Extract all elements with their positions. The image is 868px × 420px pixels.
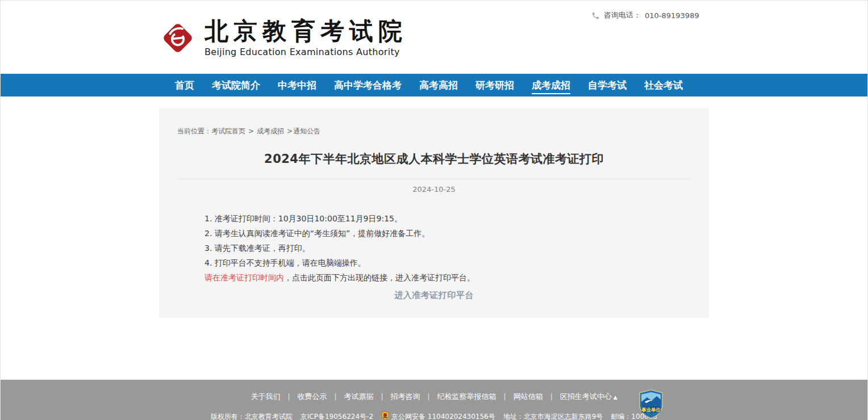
footer-separator: | bbox=[287, 393, 290, 401]
article-body: 1. 准考证打印时间：10月30日10:00至11月9日9:15。 2. 请考生… bbox=[205, 215, 691, 282]
footer-link-district-centers-label: 区招生考试中心 bbox=[560, 392, 612, 401]
breadcrumb-separator: > bbox=[287, 127, 293, 135]
public-institution-badge[interactable]: 事业单位 bbox=[638, 389, 664, 420]
footer-link-about-us[interactable]: 关于我们 bbox=[251, 392, 280, 402]
copyright-owner: 版权所有：北京教育考试院 bbox=[211, 412, 293, 420]
title-divider bbox=[177, 179, 691, 179]
site-footer: 关于我们 | 收费公示 | 考试票据 | 招考咨询 | 纪检监察举报信箱 | 网… bbox=[1, 380, 867, 420]
notice-rest-text: ，点击此页面下方出现的链接，进入准考证打印平台。 bbox=[284, 273, 475, 282]
footer-links: 关于我们 | 收费公示 | 考试票据 | 招考咨询 | 纪检监察举报信箱 | 网… bbox=[1, 380, 867, 402]
article-card: 当前位置：考试院首页>成考成招>通知公告 2024年下半年北京地区成人本科学士学… bbox=[159, 108, 709, 318]
site-header: 咨询电话：010-89193989 北京教育考试院 Beijing Educat… bbox=[1, 1, 867, 74]
nav-item-about[interactable]: 考试院简介 bbox=[212, 74, 260, 96]
breadcrumb-home-link[interactable]: 考试院首页 bbox=[211, 127, 245, 135]
site-title-block: 北京教育考试院 Beijing Education Examinations A… bbox=[205, 18, 407, 57]
footer-copyright: 版权所有：北京教育考试院 京ICP备19056224号-2 京公网安备 1104… bbox=[1, 411, 867, 420]
phone-icon bbox=[591, 11, 600, 20]
logo-icon bbox=[158, 18, 198, 57]
police-badge-icon bbox=[381, 411, 389, 420]
nav-item-home[interactable]: 首页 bbox=[175, 74, 194, 96]
breadcrumb: 当前位置：考试院首页>成考成招>通知公告 bbox=[177, 127, 691, 136]
nav-item-gaozhong-xuekao[interactable]: 高中学考合格考 bbox=[334, 74, 402, 96]
breadcrumb-chengkao-link[interactable]: 成考成招 bbox=[257, 127, 284, 135]
footer-link-report-mailbox[interactable]: 纪检监察举报信箱 bbox=[437, 392, 496, 402]
main-nav-inner: 首页 考试院简介 中考中招 高中学考合格考 高考高招 研考研招 成考成招 自学考… bbox=[159, 74, 709, 96]
site-logo[interactable]: 北京教育考试院 Beijing Education Examinations A… bbox=[158, 18, 407, 57]
nav-item-shehui[interactable]: 社会考试 bbox=[644, 74, 683, 96]
article-paragraph: 4. 打印平台不支持手机端，请在电脑端操作。 bbox=[205, 259, 691, 267]
expand-arrow-icon[interactable]: ▲ bbox=[614, 394, 617, 400]
copyright-address: 地址：北京市海淀区志新东路9号 bbox=[503, 412, 603, 420]
main-nav: 首页 考试院简介 中考中招 高中学考合格考 高考高招 研考研招 成考成招 自学考… bbox=[1, 74, 867, 96]
nav-item-zixue[interactable]: 自学考试 bbox=[588, 74, 627, 96]
article-paragraph: 1. 准考证打印时间：10月30日10:00至11月9日9:15。 bbox=[205, 215, 691, 222]
article-title: 2024年下半年北京地区成人本科学士学位英语考试准考证打印 bbox=[177, 151, 691, 167]
nav-item-chengkao[interactable]: 成考成招 bbox=[532, 74, 570, 96]
breadcrumb-separator: > bbox=[248, 127, 254, 135]
breadcrumb-prefix: 当前位置： bbox=[177, 127, 211, 135]
page: 咨询电话：010-89193989 北京教育考试院 Beijing Educat… bbox=[0, 0, 868, 420]
article-date: 2024-10-25 bbox=[177, 185, 691, 194]
footer-separator: | bbox=[504, 393, 506, 401]
article-paragraph: 3. 请先下载准考证，再打印。 bbox=[205, 244, 691, 252]
site-title-cn: 北京教育考试院 bbox=[205, 18, 407, 45]
breadcrumb-notice-link[interactable]: 通知公告 bbox=[293, 127, 320, 135]
footer-link-fees[interactable]: 收费公示 bbox=[297, 392, 327, 402]
nav-item-gaokao[interactable]: 高考高招 bbox=[419, 74, 458, 96]
nav-item-yankao[interactable]: 研考研招 bbox=[475, 74, 514, 96]
contact-phone: 咨询电话：010-89193989 bbox=[591, 10, 699, 20]
site-title-en: Beijing Education Examinations Authority bbox=[205, 47, 407, 57]
badge-label: 事业单位 bbox=[641, 407, 661, 413]
copyright-icp: 京ICP备19056224号-2 bbox=[301, 412, 373, 420]
footer-separator: | bbox=[334, 393, 336, 401]
footer-link-consult[interactable]: 招考咨询 bbox=[391, 392, 420, 402]
enter-print-platform-link[interactable]: 进入准考证打印平台 bbox=[177, 290, 691, 301]
footer-separator: | bbox=[550, 393, 553, 401]
main-area: 当前位置：考试院首页>成考成招>通知公告 2024年下半年北京地区成人本科学士学… bbox=[1, 108, 867, 380]
footer-link-site-mailbox[interactable]: 网站信箱 bbox=[514, 392, 543, 402]
phone-number: 010-89193989 bbox=[645, 11, 699, 20]
footer-separator: | bbox=[381, 393, 383, 401]
article-paragraph: 2. 请考生认真阅读准考证中的“考生须知”，提前做好准备工作。 bbox=[205, 229, 691, 237]
footer-separator: | bbox=[428, 393, 430, 401]
phone-label: 咨询电话： bbox=[604, 10, 641, 20]
notice-red-text: 请在准考证打印时间内 bbox=[205, 273, 284, 282]
article-notice: 请在准考证打印时间内，点击此页面下方出现的链接，进入准考证打印平台。 bbox=[205, 274, 691, 282]
footer-link-receipts[interactable]: 考试票据 bbox=[344, 392, 373, 402]
nav-item-zhongkao[interactable]: 中考中招 bbox=[278, 74, 316, 96]
copyright-police-number[interactable]: 京公网安备 11040202430156号 bbox=[391, 412, 495, 420]
footer-link-district-centers[interactable]: 区招生考试中心▲ bbox=[560, 392, 617, 402]
